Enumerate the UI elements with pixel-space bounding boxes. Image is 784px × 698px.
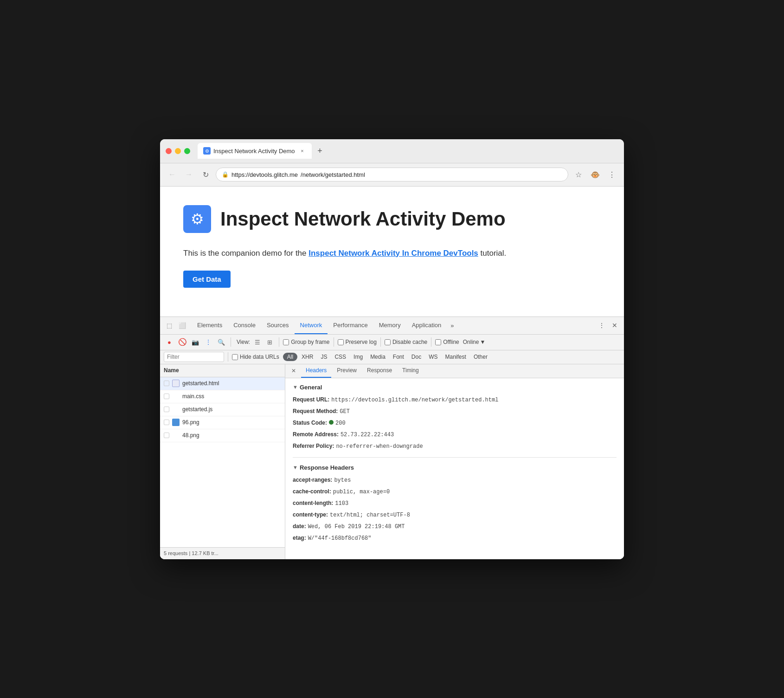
- file-item-96-png[interactable]: 96.png: [160, 416, 285, 429]
- request-url-value: https://devtools.glitch.me/network/getst…: [331, 396, 498, 404]
- camera-button[interactable]: 📷: [190, 336, 201, 348]
- file-item-48-png[interactable]: 48.png: [160, 429, 285, 442]
- devtools-options-button[interactable]: ⋮: [596, 320, 607, 331]
- referrer-policy-value: no-referrer-when-downgrade: [336, 442, 423, 451]
- active-tab[interactable]: ⚙ Inspect Network Activity Demo ×: [198, 143, 312, 159]
- toolbar-divider-4: [380, 337, 381, 347]
- file-list: Name getstarted.html main.css getstarted…: [160, 364, 285, 559]
- status-text: 5 requests | 12.7 KB tr...: [164, 550, 218, 556]
- tab-performance[interactable]: Performance: [328, 317, 373, 334]
- tab-application[interactable]: Application: [406, 317, 447, 334]
- tab-response[interactable]: Response: [362, 364, 397, 378]
- preserve-log-input[interactable]: [338, 339, 344, 345]
- file-item-getstarted-js[interactable]: getstarted.js: [160, 403, 285, 416]
- file-item-main-css[interactable]: main.css: [160, 390, 285, 403]
- cache-control-value: public, max-age=0: [333, 488, 390, 496]
- filter-button[interactable]: ⋮: [203, 336, 214, 348]
- filter-input[interactable]: [164, 352, 224, 362]
- get-data-button[interactable]: Get Data: [183, 271, 231, 288]
- general-section-header[interactable]: ▼ General: [293, 384, 617, 391]
- record-button[interactable]: ●: [164, 336, 175, 348]
- inspect-element-icon[interactable]: ⬚: [164, 320, 175, 331]
- url-bar[interactable]: 🔒 https://devtools.glitch.me/network/get…: [216, 168, 568, 181]
- filter-img-button[interactable]: Img: [350, 353, 366, 361]
- tab-console[interactable]: Console: [228, 317, 261, 334]
- devtools-close-button[interactable]: ✕: [609, 320, 620, 331]
- file-name: getstarted.html: [182, 380, 219, 387]
- png-icon-2: [172, 432, 180, 439]
- disable-cache-checkbox[interactable]: Disable cache: [385, 339, 427, 345]
- request-method-value: GET: [340, 407, 350, 416]
- file-checkbox: [164, 394, 169, 399]
- filter-manifest-button[interactable]: Manifest: [442, 353, 469, 361]
- hide-data-urls-checkbox[interactable]: Hide data URLs: [232, 354, 279, 360]
- offline-input[interactable]: [435, 339, 441, 345]
- devtools-tabs: ⬚ ⬜ Elements Console Sources Network Per…: [160, 317, 624, 335]
- new-tab-button[interactable]: +: [314, 144, 327, 157]
- filter-media-button[interactable]: Media: [367, 353, 389, 361]
- view-large-button[interactable]: ⊞: [264, 336, 275, 348]
- tab-close-button[interactable]: ×: [299, 147, 306, 155]
- js-icon: [172, 406, 180, 413]
- remote-address-key: Remote Address:: [293, 430, 339, 439]
- file-item-getstarted-html[interactable]: getstarted.html: [160, 377, 285, 390]
- address-bar: ← → ↻ 🔒 https://devtools.glitch.me/netwo…: [160, 163, 624, 187]
- hide-data-urls-input[interactable]: [232, 354, 238, 360]
- tab-timing[interactable]: Timing: [398, 364, 424, 378]
- group-by-frame-input[interactable]: [283, 339, 289, 345]
- filter-js-button[interactable]: JS: [317, 353, 330, 361]
- tab-sources[interactable]: Sources: [261, 317, 295, 334]
- filter-doc-button[interactable]: Doc: [408, 353, 424, 361]
- back-button[interactable]: ←: [166, 168, 179, 181]
- online-select[interactable]: Online ▼: [463, 339, 486, 345]
- group-by-frame-checkbox[interactable]: Group by frame: [283, 339, 329, 345]
- profile-button[interactable]: 🐵: [589, 168, 602, 181]
- content-type-value: text/html; charset=UTF-8: [330, 511, 410, 519]
- url-path: /network/getstarted.html: [301, 171, 365, 178]
- panel-close-button[interactable]: ✕: [289, 366, 298, 375]
- forward-button[interactable]: →: [182, 168, 195, 181]
- content-length-value: 1103: [335, 499, 348, 508]
- bookmark-button[interactable]: ☆: [572, 168, 585, 181]
- close-button[interactable]: [166, 148, 172, 154]
- view-list-button[interactable]: ☰: [252, 336, 263, 348]
- response-headers-section-header[interactable]: ▼ Response Headers: [293, 464, 617, 471]
- filter-css-button[interactable]: CSS: [331, 353, 349, 361]
- toolbar-divider-3: [334, 337, 334, 347]
- preserve-log-checkbox[interactable]: Preserve log: [338, 339, 377, 345]
- html-icon: [172, 380, 180, 387]
- referrer-policy-key: Referrer Policy:: [293, 442, 334, 450]
- remote-address-row: Remote Address: 52.73.222.22:443: [293, 430, 617, 439]
- filter-other-button[interactable]: Other: [470, 353, 491, 361]
- response-headers-arrow: ▼: [293, 465, 298, 470]
- maximize-button[interactable]: [184, 148, 190, 154]
- tab-preview[interactable]: Preview: [332, 364, 361, 378]
- minimize-button[interactable]: [175, 148, 181, 154]
- tab-memory[interactable]: Memory: [373, 317, 406, 334]
- page-content: ⚙ Inspect Network Activity Demo This is …: [160, 187, 624, 317]
- search-button[interactable]: 🔍: [216, 336, 227, 348]
- device-toolbar-icon[interactable]: ⬜: [177, 320, 188, 331]
- description-link[interactable]: Inspect Network Activity In Chrome DevTo…: [308, 249, 478, 258]
- filter-ws-button[interactable]: WS: [425, 353, 441, 361]
- headers-tabs: ✕ Headers Preview Response Timing: [285, 364, 624, 378]
- filter-all-button[interactable]: All: [283, 353, 297, 361]
- tab-more[interactable]: »: [447, 317, 457, 334]
- tab-headers[interactable]: Headers: [301, 364, 331, 378]
- css-icon: [172, 393, 180, 400]
- offline-checkbox[interactable]: Offline: [435, 339, 459, 345]
- accept-ranges-value: bytes: [334, 476, 351, 485]
- tab-network[interactable]: Network: [295, 317, 328, 334]
- devtools-panel: ⬚ ⬜ Elements Console Sources Network Per…: [160, 317, 624, 559]
- filter-type-buttons: All XHR JS CSS Img Media Font Doc WS Man…: [283, 353, 491, 361]
- clear-button[interactable]: 🚫: [177, 336, 188, 348]
- status-indicator: [329, 420, 334, 425]
- online-dropdown-icon[interactable]: ▼: [480, 339, 485, 345]
- disable-cache-input[interactable]: [385, 339, 391, 345]
- menu-button[interactable]: ⋮: [605, 168, 618, 181]
- etag-key: etag:: [293, 534, 306, 542]
- filter-font-button[interactable]: Font: [390, 353, 407, 361]
- filter-xhr-button[interactable]: XHR: [298, 353, 316, 361]
- reload-button[interactable]: ↻: [199, 168, 212, 181]
- tab-elements[interactable]: Elements: [192, 317, 228, 334]
